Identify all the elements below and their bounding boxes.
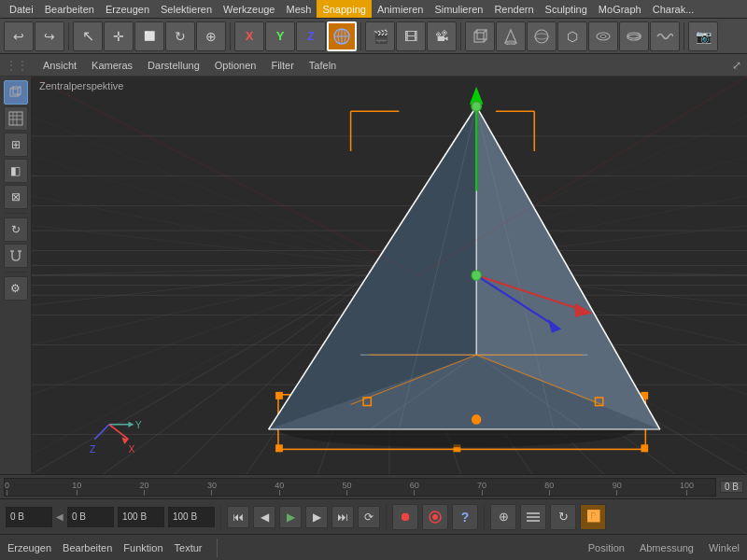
toolbar-objects-group: ⬡ — [465, 21, 680, 51]
svg-point-100 — [432, 514, 438, 520]
menu-simulieren[interactable]: Simulieren — [429, 0, 488, 18]
z-axis-button[interactable]: Z — [296, 21, 326, 51]
cone-button[interactable] — [496, 21, 526, 51]
go-end-button[interactable]: ⏭ — [331, 506, 354, 528]
viewport-optionen[interactable]: Optionen — [215, 60, 257, 71]
main-area: ⊞ ◧ ⊠ ↻ ⚙ Zentralperspektive .grid-line … — [0, 77, 747, 474]
loop-button[interactable]: ⟳ — [358, 506, 380, 528]
status-bearbeiten[interactable]: Bearbeiten — [63, 542, 112, 553]
menu-animieren[interactable]: Animieren — [372, 0, 430, 18]
transport-frame-start[interactable]: 0 B — [6, 507, 52, 527]
viewport-perspective-label: Zentralperspektive — [39, 80, 124, 91]
menu-charak[interactable]: Charak... — [647, 0, 700, 18]
viewport-kameras[interactable]: Kameras — [92, 60, 133, 71]
timeline-options-icon — [526, 510, 541, 525]
status-bar: Erzeugen Bearbeiten Funktion Textur Posi… — [0, 534, 747, 560]
status-abmessung-label: Abmessung — [640, 542, 694, 553]
preferences-button[interactable]: 🅿 — [580, 504, 606, 530]
pyramid-apex-dot — [472, 102, 481, 112]
svg-rect-4 — [474, 33, 484, 42]
select-button[interactable]: ↖ — [73, 21, 103, 51]
left-sep-1 — [5, 213, 27, 214]
next-frame-button[interactable]: ▶ — [305, 506, 328, 528]
capsule-button[interactable]: ⬡ — [557, 21, 587, 51]
world-axis-button[interactable] — [327, 21, 357, 51]
left-sep-2 — [5, 272, 27, 273]
transport-sep-1 — [220, 504, 221, 530]
ruler-mark-10: 10 — [72, 481, 81, 496]
left-panel: ⊞ ◧ ⊠ ↻ ⚙ — [0, 77, 32, 474]
render-region-button[interactable]: 🎬 — [365, 21, 395, 51]
undo-button[interactable]: ↩ — [4, 21, 34, 51]
x-axis-button[interactable]: X — [234, 21, 264, 51]
scale-button[interactable]: ⬜ — [134, 21, 164, 51]
status-winkel-label: Winkel — [709, 542, 740, 553]
go-start-button[interactable]: ⏮ — [227, 506, 249, 528]
menu-selektieren[interactable]: Selektieren — [155, 0, 218, 18]
menu-datei[interactable]: Datei — [4, 0, 39, 18]
rotate-tool[interactable]: ↻ — [4, 217, 28, 242]
toolbar-sep-5 — [684, 22, 684, 50]
menu-sculpting[interactable]: Sculpting — [540, 0, 593, 18]
viewport-filter[interactable]: Filter — [271, 60, 293, 71]
menu-mograph[interactable]: MoGraph — [593, 0, 647, 18]
timeline-ruler[interactable]: 0102030405060708090100 — [4, 478, 716, 497]
transport-prev-arrow[interactable]: ◀ — [56, 511, 63, 522]
move-button[interactable]: ✛ — [104, 21, 134, 51]
magnet-tool[interactable] — [4, 244, 28, 268]
menu-erzeugen[interactable]: Erzeugen — [100, 0, 155, 18]
menu-werkzeuge[interactable]: Werkzeuge — [218, 0, 280, 18]
bp-mode-tool[interactable]: ◧ — [4, 159, 28, 183]
status-right-group: Position Abmessung Winkel — [588, 542, 740, 553]
viewport-expand-button[interactable]: ⤢ — [732, 59, 741, 72]
refresh-button[interactable]: ↻ — [550, 504, 576, 530]
disc-button[interactable] — [619, 21, 649, 51]
viewport-darstellung[interactable]: Darstellung — [148, 60, 200, 71]
transport-frame-end[interactable]: 100 B — [168, 507, 215, 527]
redo-button[interactable]: ↪ — [35, 21, 64, 51]
menu-mesh[interactable]: Mesh — [280, 0, 317, 18]
settings-tool[interactable]: ⚙ — [4, 276, 28, 301]
paint-mode-tool[interactable]: ⊞ — [4, 133, 28, 157]
layout-mode-tool[interactable]: ⊠ — [4, 185, 28, 209]
y-axis-button[interactable]: Y — [265, 21, 295, 51]
viewport[interactable]: Zentralperspektive .grid-line { stroke: … — [32, 77, 747, 474]
torus-button[interactable] — [588, 21, 618, 51]
sphere-button[interactable] — [527, 21, 557, 51]
rotate-button[interactable]: ↻ — [165, 21, 195, 51]
sphere-icon — [533, 28, 550, 45]
toolbar-undo-group: ↩ ↪ — [4, 21, 64, 51]
menu-rendern[interactable]: Rendern — [488, 0, 539, 18]
play-button[interactable]: ▶ — [279, 506, 302, 528]
svg-text:Z: Z — [90, 442, 96, 454]
transport-frame-end-preview[interactable]: 100 B — [118, 507, 164, 527]
camera-button[interactable]: 📷 — [688, 21, 718, 51]
cone-icon — [502, 28, 519, 45]
prev-frame-button[interactable]: ◀ — [253, 506, 275, 528]
viewport-ansicht[interactable]: Ansicht — [43, 60, 77, 71]
add-keyframe-button[interactable]: ⊕ — [490, 504, 516, 530]
help-button[interactable]: ? — [452, 504, 478, 530]
svg-text:Y: Y — [135, 419, 142, 430]
ruler-mark-50: 50 — [342, 481, 351, 496]
autokey-button[interactable] — [422, 504, 448, 530]
texture-mode-tool[interactable] — [4, 106, 28, 131]
render-view-button[interactable]: 🎞 — [396, 21, 426, 51]
menu-bearbeiten[interactable]: Bearbeiten — [39, 0, 100, 18]
status-funktion[interactable]: Funktion — [123, 542, 162, 553]
record-button[interactable]: ⏺ — [392, 504, 418, 530]
render-anim-button[interactable]: 📽 — [427, 21, 457, 51]
timeline-options-button[interactable] — [520, 504, 546, 530]
torus-icon — [595, 28, 612, 45]
status-erzeugen[interactable]: Erzeugen — [7, 542, 51, 553]
object-mode-tool[interactable] — [4, 80, 28, 105]
cube-button[interactable] — [465, 21, 495, 51]
toolbar-sep-1 — [68, 22, 69, 50]
transform-button[interactable]: ⊕ — [196, 21, 226, 51]
viewport-tafeln[interactable]: Tafeln — [309, 60, 336, 71]
svg-rect-82 — [641, 445, 647, 451]
menu-snapping[interactable]: Snapping — [317, 0, 372, 18]
wave-button[interactable] — [650, 21, 680, 51]
status-textur[interactable]: Textur — [175, 542, 203, 553]
transport-frame-current[interactable]: 0 B — [67, 507, 114, 527]
